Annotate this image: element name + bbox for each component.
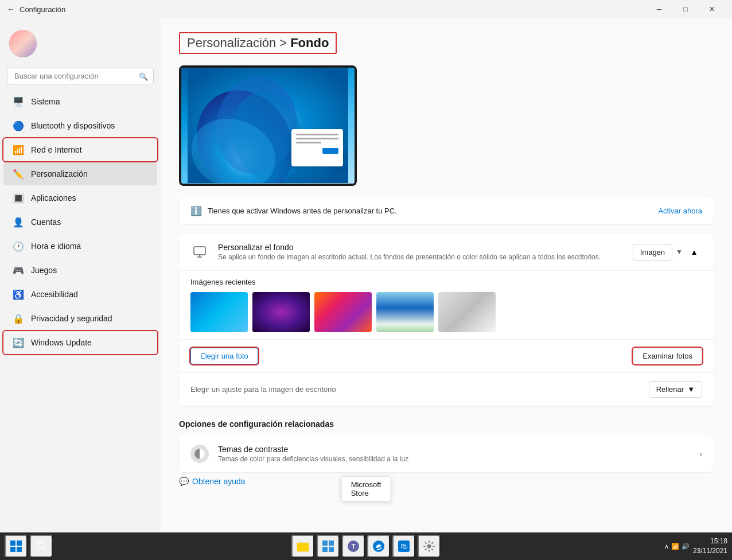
sidebar-item-aplicaciones[interactable]: 🔳 Aplicaciones (3, 186, 157, 209)
file-explorer-icon (297, 540, 309, 553)
network-icon: 📶 (671, 543, 679, 550)
fit-dropdown[interactable]: Rellenar ▼ (649, 381, 702, 398)
search-icon (36, 541, 46, 551)
sidebar-item-juegos[interactable]: 🎮 Juegos (3, 259, 157, 282)
search-icon: 🔍 (139, 72, 148, 80)
sidebar-item-cuentas[interactable]: 👤 Cuentas (3, 211, 157, 234)
svg-point-11 (37, 542, 44, 549)
back-icon[interactable]: ← (7, 5, 15, 14)
sidebar-item-label: Red e Internet (31, 145, 82, 154)
fondo-title: Personalizar el fondo (218, 243, 624, 252)
title-bar-controls: ─ □ ✕ (646, 0, 725, 18)
taskbar-store[interactable]: 🛍 (392, 535, 415, 558)
sidebar-item-label: Cuentas (31, 217, 61, 227)
activate-link[interactable]: Activar ahora (658, 207, 702, 215)
image-type-dropdown[interactable]: Imagen (633, 244, 672, 260)
sidebar-item-label: Aplicaciones (31, 193, 76, 203)
taskbar-teams[interactable]: T (342, 535, 365, 558)
minimize-button[interactable]: ─ (646, 0, 672, 18)
recent-image-5[interactable] (438, 292, 496, 332)
obtain-help-link[interactable]: 💬 Obtener ayuda (179, 477, 714, 486)
taskbar-search-button[interactable] (30, 535, 53, 558)
close-button[interactable]: ✕ (699, 0, 725, 18)
sidebar-item-label: Accesibilidad (31, 290, 78, 299)
related-item-contrast[interactable]: Temas de contraste Temas de color para d… (179, 435, 714, 472)
recent-images-title: Imágenes recientes (190, 278, 702, 286)
sidebar-item-label: Juegos (31, 266, 57, 275)
taskbar: T 🛍 ∧ 📶 🔊 (0, 532, 732, 560)
sidebar-item-red[interactable]: 📶 Red e Internet (3, 138, 157, 161)
contrast-subtitle: Temas de color para deficiencias visuale… (218, 455, 690, 463)
preview-dialog (291, 129, 343, 166)
sidebar-item-label: Hora e idioma (31, 242, 81, 251)
avatar (9, 30, 37, 57)
info-bar-text: Tienes que activar Windows antes de pers… (208, 207, 397, 215)
clock-time: 15:18 (693, 536, 727, 546)
svg-rect-5 (194, 247, 205, 255)
obtain-help-text: Obtener ayuda (192, 477, 246, 486)
dropdown-arrow: ▼ (676, 248, 683, 256)
search-input[interactable] (7, 68, 154, 84)
breadcrumb: Personalización > Fondo (179, 32, 337, 54)
sistema-icon: 🖥️ (13, 96, 24, 107)
taskbar-settings[interactable] (418, 535, 441, 558)
recent-images-section: Imágenes recientes (179, 271, 714, 340)
info-bar: ℹ️ Tienes que activar Windows antes de p… (179, 197, 714, 224)
recent-image-3[interactable] (314, 292, 372, 332)
svg-point-24 (427, 545, 431, 548)
settings-icon (423, 540, 435, 553)
fondo-icon (190, 243, 209, 261)
sidebar-item-privacidad[interactable]: 🔒 Privacidad y seguridad (3, 307, 157, 330)
recent-image-2[interactable] (252, 292, 310, 332)
collapse-button[interactable]: ▲ (686, 244, 702, 260)
svg-rect-9 (10, 547, 15, 552)
start-button[interactable] (5, 535, 28, 558)
dialog-line-2 (296, 138, 338, 139)
taskbar-edge[interactable] (367, 535, 390, 558)
info-bar-message: ℹ️ Tienes que activar Windows antes de p… (190, 205, 397, 216)
sidebar-item-personalizacion[interactable]: ✏️ Personalización (3, 162, 157, 185)
fit-label: Elegir un ajuste para la imagen de escri… (190, 385, 336, 394)
fondo-subtitle: Se aplica un fondo de imagen al escritor… (218, 253, 624, 261)
juegos-icon: 🎮 (13, 265, 24, 276)
avatar-image (9, 30, 37, 57)
fondo-text: Personalizar el fondo Se aplica un fondo… (218, 243, 624, 261)
edge-icon (372, 540, 385, 553)
recent-image-1[interactable] (190, 292, 248, 332)
chevron-up-icon[interactable]: ∧ (664, 543, 669, 550)
fit-dropdown-arrow: ▼ (687, 385, 695, 394)
sidebar-item-hora[interactable]: 🕐 Hora e idioma (3, 235, 157, 258)
taskbar-file-explorer[interactable] (291, 535, 314, 558)
sidebar-item-windows-update[interactable]: 🔄 Windows Update (3, 331, 157, 354)
taskbar-clock[interactable]: 15:18 23/11/2021 (693, 536, 727, 556)
choose-photo-button[interactable]: Elegir una foto (190, 348, 258, 364)
volume-icon: 🔊 (682, 543, 690, 550)
app-body: 🔍 🖥️ Sistema 🔵 Bluetooth y dispositivos … (0, 18, 732, 532)
windows-logo-icon (10, 540, 22, 552)
svg-text:🛍: 🛍 (400, 542, 407, 550)
maximize-button[interactable]: □ (672, 0, 699, 18)
wallpaper-preview (179, 65, 357, 186)
taskbar-center-icons: T 🛍 (291, 535, 441, 558)
svg-rect-17 (322, 547, 328, 552)
windows-update-icon: 🔄 (13, 337, 24, 348)
taskbar-windows-panel[interactable] (317, 535, 340, 558)
browse-photos-button[interactable]: Examinar fotos (633, 348, 702, 364)
settings-panel: Personalizar el fondo Se aplica un fondo… (179, 234, 714, 406)
help-icon: 💬 (179, 477, 189, 486)
chevron-right-icon: › (699, 449, 702, 458)
main-content: Personalización > Fondo (161, 18, 732, 532)
dialog-line-3 (296, 142, 321, 143)
sidebar-item-bluetooth[interactable]: 🔵 Bluetooth y dispositivos (3, 114, 157, 137)
sidebar-item-accesibilidad[interactable]: ♿ Accesibilidad (3, 283, 157, 306)
sidebar-item-sistema[interactable]: 🖥️ Sistema (3, 90, 157, 113)
breadcrumb-parent: Personalización (187, 36, 276, 50)
notification-area: ∧ 📶 🔊 (664, 543, 690, 550)
ms-store-badge[interactable]: Microsoft Store (341, 476, 391, 501)
sidebar-item-label: Personalización (31, 169, 88, 178)
svg-rect-15 (322, 540, 328, 546)
dialog-line-1 (296, 134, 338, 135)
recent-image-4[interactable] (376, 292, 434, 332)
hora-icon: 🕐 (13, 240, 24, 252)
sidebar-user (0, 25, 161, 67)
